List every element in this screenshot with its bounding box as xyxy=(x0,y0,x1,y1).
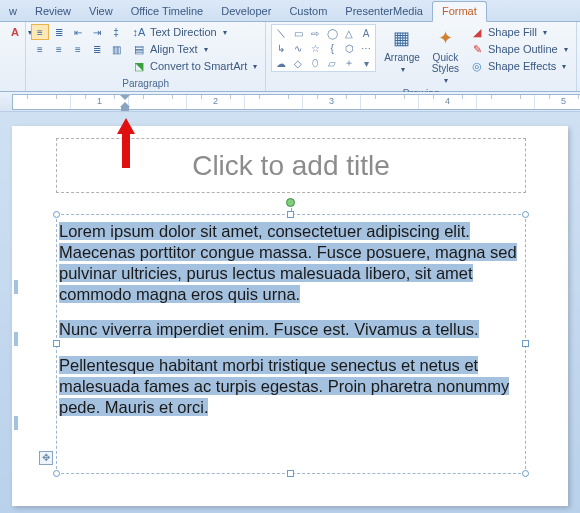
resize-handle[interactable] xyxy=(522,470,529,477)
shape-expand-icon[interactable]: ▾ xyxy=(358,56,374,70)
resize-handle[interactable] xyxy=(53,340,60,347)
ruler-area: 1 2 3 4 5 6 7 8 9 xyxy=(0,92,580,112)
smartart-icon: ⬔ xyxy=(132,59,146,73)
body-paragraph[interactable]: Nunc viverra imperdiet enim. Fusce est. … xyxy=(59,319,523,340)
selection-bar xyxy=(14,280,18,294)
shape-outline-button[interactable]: ✎Shape Outline▾ xyxy=(467,41,571,57)
shape-fill-button[interactable]: ◢Shape Fill▾ xyxy=(467,24,571,40)
text-direction-button[interactable]: ↕AText Direction▾ xyxy=(129,24,260,40)
tab-view[interactable]: View xyxy=(80,2,122,21)
horizontal-ruler[interactable]: 1 2 3 4 5 6 7 8 9 xyxy=(12,94,580,110)
decrease-indent-button[interactable]: ⇤ xyxy=(69,24,87,40)
body-paragraph[interactable]: Lorem ipsum dolor sit amet, consectetuer… xyxy=(59,221,523,305)
align-center-button[interactable]: ≡ xyxy=(50,41,68,57)
align-text-icon: ▤ xyxy=(132,42,146,56)
quick-styles-icon: ✦ xyxy=(433,26,457,50)
ribbon-tabs: w Review View Office Timeline Developer … xyxy=(0,0,580,22)
quick-styles-button[interactable]: ✦ Quick Styles▾ xyxy=(428,24,463,87)
shape-effects-button[interactable]: ◎Shape Effects▾ xyxy=(467,58,571,74)
shape-line-icon[interactable]: ＼ xyxy=(273,26,289,40)
move-handle[interactable]: ✥ xyxy=(39,451,53,465)
shape-more-icon[interactable]: ⋯ xyxy=(358,41,374,55)
justify-button[interactable]: ≣ xyxy=(88,41,106,57)
resize-handle[interactable] xyxy=(287,211,294,218)
effects-icon: ◎ xyxy=(470,59,484,73)
bucket-icon: ◢ xyxy=(470,25,484,39)
pen-icon: ✎ xyxy=(470,42,484,56)
shape-tri-icon[interactable]: △ xyxy=(341,26,357,40)
align-text-button[interactable]: ▤Align Text▾ xyxy=(129,41,260,57)
shape-diamond-icon[interactable]: ◇ xyxy=(290,56,306,70)
tab-custom[interactable]: Custom xyxy=(280,2,336,21)
shape-cyl-icon[interactable]: ⬯ xyxy=(307,56,323,70)
bullets-button[interactable]: ≡ xyxy=(31,24,49,40)
rotation-handle[interactable] xyxy=(286,198,295,207)
tab-format[interactable]: Format xyxy=(432,1,487,22)
align-buttons-row2: ≡ ≡ ≡ ≣ ▥ xyxy=(31,41,125,57)
title-placeholder[interactable]: Click to add title xyxy=(56,138,526,193)
resize-handle[interactable] xyxy=(53,211,60,218)
tab-review[interactable]: Review xyxy=(26,2,80,21)
shape-elbow-icon[interactable]: ↳ xyxy=(273,41,289,55)
shape-doc-icon[interactable]: ▱ xyxy=(324,56,340,70)
ribbon: A▾ ≡ ≣ ⇤ ⇥ ‡ ≡ ≡ ≡ ≣ ▥ xyxy=(0,22,580,92)
increase-indent-button[interactable]: ⇥ xyxy=(88,24,106,40)
selection-bar xyxy=(14,416,18,430)
content-placeholder[interactable]: ✥ Lorem ipsum dolor sit amet, consectetu… xyxy=(56,214,526,474)
list-buttons-row1: ≡ ≣ ⇤ ⇥ ‡ xyxy=(31,24,125,40)
group-paragraph: ≡ ≣ ⇤ ⇥ ‡ ≡ ≡ ≡ ≣ ▥ ↕AText Direction▾ ▤A… xyxy=(26,22,266,91)
arrange-icon: ▦ xyxy=(390,26,414,50)
shape-textbox-icon[interactable]: A xyxy=(358,26,374,40)
columns-button[interactable]: ▥ xyxy=(107,41,125,57)
align-left-button[interactable]: ≡ xyxy=(31,41,49,57)
shape-star-icon[interactable]: ☆ xyxy=(307,41,323,55)
text-direction-icon: ↕A xyxy=(132,25,146,39)
shape-curve-icon[interactable]: ∿ xyxy=(290,41,306,55)
tab-presentermedia[interactable]: PresenterMedia xyxy=(336,2,432,21)
selection-bar xyxy=(14,332,18,346)
align-right-button[interactable]: ≡ xyxy=(69,41,87,57)
tab-developer[interactable]: Developer xyxy=(212,2,280,21)
slide[interactable]: Click to add title ✥ Lorem ipsum dolor s… xyxy=(12,126,568,506)
shape-oval-icon[interactable]: ◯ xyxy=(324,26,340,40)
group-drawing: ＼ ▭ ⇨ ◯ △ A ↳ ∿ ☆ { ⬡ ⋯ ☁ ◇ ⬯ ▱ ＋ ▾ ▦ xyxy=(266,22,577,91)
shape-hex-icon[interactable]: ⬡ xyxy=(341,41,357,55)
group-paragraph-title: Paragraph xyxy=(31,77,260,90)
group-font-truncated: A▾ xyxy=(0,22,26,91)
indent-marker[interactable] xyxy=(120,95,130,111)
shape-plus-icon[interactable]: ＋ xyxy=(341,56,357,70)
tab-office-timeline[interactable]: Office Timeline xyxy=(122,2,213,21)
body-paragraph[interactable]: Pellentesque habitant morbi tristique se… xyxy=(59,355,523,418)
shapes-gallery[interactable]: ＼ ▭ ⇨ ◯ △ A ↳ ∿ ☆ { ⬡ ⋯ ☁ ◇ ⬯ ▱ ＋ ▾ xyxy=(271,24,376,72)
convert-smartart-button[interactable]: ⬔Convert to SmartArt▾ xyxy=(129,58,260,74)
resize-handle[interactable] xyxy=(522,340,529,347)
shape-callout-icon[interactable]: ☁ xyxy=(273,56,289,70)
shape-brace-icon[interactable]: { xyxy=(324,41,340,55)
shape-arrow-icon[interactable]: ⇨ xyxy=(307,26,323,40)
tab-w[interactable]: w xyxy=(0,2,26,21)
resize-handle[interactable] xyxy=(53,470,60,477)
line-spacing-button[interactable]: ‡ xyxy=(107,24,125,40)
group-font-title xyxy=(5,77,20,90)
shape-rect-icon[interactable]: ▭ xyxy=(290,26,306,40)
numbering-button[interactable]: ≣ xyxy=(50,24,68,40)
resize-handle[interactable] xyxy=(522,211,529,218)
slide-workspace: Click to add title ✥ Lorem ipsum dolor s… xyxy=(0,112,580,513)
arrange-button[interactable]: ▦ Arrange▾ xyxy=(380,24,424,76)
resize-handle[interactable] xyxy=(287,470,294,477)
